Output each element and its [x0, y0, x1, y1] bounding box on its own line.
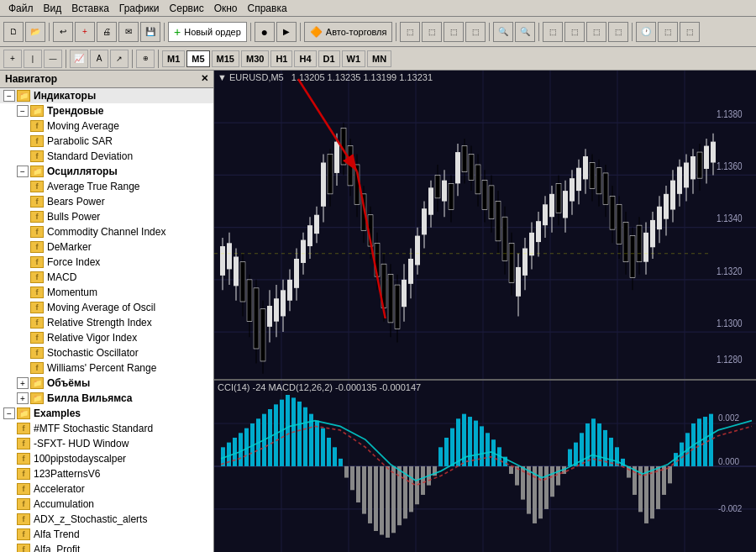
expand-trend[interactable]: −	[17, 105, 29, 117]
crosshair-btn[interactable]: +	[3, 50, 22, 68]
tb-btn1[interactable]: ⬚	[400, 22, 420, 42]
tree-adx[interactable]: f ADX_z_Stochastic_alerts	[0, 512, 213, 527]
tree-examples-group[interactable]: − 📁 Examples	[0, 406, 213, 421]
tree-bears-power[interactable]: f Bears Power	[0, 194, 213, 209]
tree-williams[interactable]: f Williams' Percent Range	[0, 360, 213, 376]
tf-d1[interactable]: D1	[318, 50, 340, 67]
tf-m5[interactable]: M5	[186, 50, 209, 67]
sub-chart[interactable]: CCI(14) -24 MACD(12,26,2) -0.000135 -0.0…	[214, 381, 756, 552]
momentum-label: Momentum	[47, 287, 97, 298]
tf-m1[interactable]: M1	[162, 50, 185, 67]
chart-type-btn4[interactable]: ⬚	[608, 22, 628, 42]
undo-btn[interactable]: ↩	[53, 22, 73, 42]
tree-mtf-stochastic[interactable]: f #MTF Stochastic Standard	[0, 421, 213, 436]
tree-123patterns[interactable]: f 123PatternsV6	[0, 466, 213, 481]
tb-btn2[interactable]: ⬚	[422, 22, 442, 42]
svg-rect-224	[468, 417, 472, 466]
menu-window[interactable]: Окно	[209, 1, 243, 16]
tree-momentum[interactable]: f Momentum	[0, 285, 213, 300]
clock-btn[interactable]: 🕐	[636, 22, 656, 42]
print-btn[interactable]: 🖨	[97, 22, 117, 42]
tree-alfa-profit[interactable]: f Alfa_Profit	[0, 542, 213, 552]
svg-rect-50	[321, 163, 326, 207]
save-btn[interactable]: 💾	[140, 22, 160, 42]
line-btn[interactable]: |	[24, 50, 42, 68]
tree-bill-williams-group[interactable]: + 📁 Билла Вильямса	[0, 391, 213, 406]
auto-trade-btn[interactable]: 🔶 Авто-торговля	[304, 22, 393, 42]
nav-tree[interactable]: − 📁 Индикаторы − 📁 Трендовые f Moving Av…	[0, 88, 213, 552]
tree-mao[interactable]: f Moving Average of Oscilla	[0, 300, 213, 315]
new-chart-btn[interactable]: 🗋	[3, 22, 24, 42]
main-chart[interactable]: ▼ EURUSD,M5 1.13205 1.13235 1.13199 1.13…	[214, 71, 756, 381]
tree-100pips[interactable]: f 100pipstodayscalper	[0, 451, 213, 466]
chart-area: ▼ EURUSD,M5 1.13205 1.13235 1.13199 1.13…	[214, 71, 756, 552]
tree-stochastic[interactable]: f Stochastic Oscillator	[0, 345, 213, 360]
tree-indicators-group[interactable]: − 📁 Индикаторы	[0, 88, 213, 103]
tree-oscillators-group[interactable]: − 📁 Осцилляторы	[0, 164, 213, 179]
menu-service[interactable]: Сервис	[165, 1, 209, 16]
tree-macd[interactable]: f MACD	[0, 270, 213, 285]
tree-rvi[interactable]: f Relative Vigor Index	[0, 330, 213, 345]
expand-examples[interactable]: −	[3, 407, 15, 419]
chart-type-btn[interactable]: ⬚	[543, 22, 563, 42]
tree-alfa-trend[interactable]: f Alfa Trend	[0, 527, 213, 542]
settings-btn[interactable]: ⬚	[658, 22, 678, 42]
svg-rect-42	[294, 259, 299, 288]
tree-moving-average[interactable]: f Moving Average	[0, 118, 213, 134]
zoom-out-btn[interactable]: 🔍	[493, 22, 513, 42]
circle-btn[interactable]: ●	[255, 22, 275, 42]
chart-type-btn2[interactable]: ⬚	[564, 22, 585, 42]
tree-atr[interactable]: f Average True Range	[0, 179, 213, 194]
tb-btn4[interactable]: ⬚	[465, 22, 486, 42]
navigator-close-btn[interactable]: ✕	[201, 73, 208, 85]
tree-cci[interactable]: f Commodity Channel Index	[0, 224, 213, 239]
tf-h1[interactable]: H1	[270, 50, 292, 67]
menu-bar: Файл Вид Вставка Графики Сервис Окно Спр…	[0, 0, 756, 17]
tree-accumulation[interactable]: f Accumulation	[0, 497, 213, 512]
tree-parabolic-sar[interactable]: f Parabolic SAR	[0, 134, 213, 149]
svg-rect-198	[315, 421, 319, 466]
arrow-btn[interactable]: ↗	[110, 50, 129, 68]
new-order-btn[interactable]: + Новый ордер	[168, 22, 247, 42]
tree-sfxt[interactable]: f -SFXT- HUD Window	[0, 436, 213, 451]
tree-rsi[interactable]: f Relative Strength Index	[0, 315, 213, 330]
tf-m15[interactable]: M15	[212, 50, 239, 67]
expand-oscillators[interactable]: −	[17, 166, 29, 177]
expand-volumes[interactable]: +	[17, 377, 29, 389]
extra-btn[interactable]: ⬚	[680, 22, 700, 42]
chart-type-btn3[interactable]: ⬚	[586, 22, 606, 42]
tree-trend-group[interactable]: − 📁 Трендовые	[0, 103, 213, 118]
tf-m30[interactable]: M30	[241, 50, 269, 67]
menu-file[interactable]: Файл	[3, 1, 39, 16]
menu-view[interactable]: Вид	[39, 1, 67, 16]
redo-btn[interactable]: +	[75, 22, 95, 42]
tf-mn[interactable]: MN	[367, 50, 391, 67]
svg-rect-24	[234, 256, 239, 286]
menu-help[interactable]: Справка	[243, 1, 292, 16]
hline-btn[interactable]: —	[44, 50, 62, 68]
tree-standard-deviation[interactable]: f Standard Deviation	[0, 149, 213, 164]
sub-chart-svg: 0.002 0.000 -0.002	[214, 381, 756, 552]
expand-indicators[interactable]: −	[3, 90, 15, 102]
tree-volumes-group[interactable]: + 📁 Объёмы	[0, 376, 213, 391]
parabolic-sar-icon: f	[30, 135, 44, 147]
tb-btn3[interactable]: ⬚	[444, 22, 464, 42]
menu-charts[interactable]: Графики	[114, 1, 165, 16]
zoom-in-btn[interactable]: 🔍	[515, 22, 535, 42]
email-btn[interactable]: ✉	[118, 22, 139, 42]
indicator-btn[interactable]: 📈	[70, 50, 88, 68]
tree-demarker[interactable]: f DeMarker	[0, 239, 213, 255]
svg-rect-130	[590, 163, 595, 189]
tf-w1[interactable]: W1	[342, 50, 366, 67]
text-btn[interactable]: A	[90, 50, 108, 68]
pointer-btn[interactable]: ⊕	[136, 50, 155, 68]
open-btn[interactable]: 📂	[25, 22, 45, 42]
svg-rect-199	[321, 428, 325, 466]
menu-insert[interactable]: Вставка	[66, 1, 114, 16]
tree-bulls-power[interactable]: f Bulls Power	[0, 209, 213, 224]
tree-accelerator[interactable]: f Accelerator	[0, 481, 213, 497]
tf-h4[interactable]: H4	[294, 50, 316, 67]
tree-force-index[interactable]: f Force Index	[0, 255, 213, 270]
play-btn[interactable]: ▶	[276, 22, 297, 42]
expand-bill-williams[interactable]: +	[17, 392, 29, 404]
